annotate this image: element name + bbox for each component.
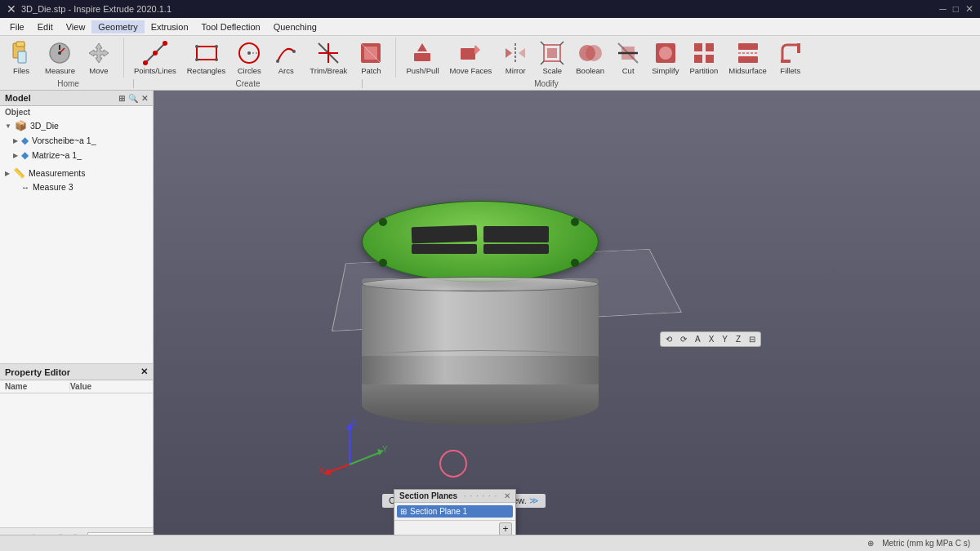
tool-trimbreak[interactable]: Trim/Break	[305, 38, 352, 78]
arcs-label: Arcs	[278, 66, 294, 75]
menu-extrusion[interactable]: Extrusion	[145, 20, 195, 33]
ft-btn-z[interactable]: Z	[733, 334, 744, 344]
tree-icon-measurements: 📏	[13, 167, 25, 179]
tree-item-measurements[interactable]: ▶ 📏 Measurements	[0, 166, 153, 180]
model-close-button[interactable]: ✕	[141, 94, 148, 103]
section-planes-header[interactable]: Section Planes · · · · · · ✕	[394, 490, 515, 503]
ft-btn-a[interactable]: A	[692, 334, 704, 344]
svg-rect-51	[694, 55, 702, 63]
tree-icon-matrize: ◆	[21, 149, 29, 161]
svg-line-38	[541, 42, 544, 45]
die-hole-1	[379, 218, 387, 226]
model-icon2[interactable]: 🔍	[128, 94, 138, 103]
tool-arcs[interactable]: Arcs	[268, 38, 304, 78]
pointslines-label: Points/Lines	[134, 66, 176, 75]
tree-arrow-measurements: ▶	[5, 170, 10, 177]
tool-files[interactable]: Files	[3, 38, 39, 78]
svg-text:Y: Y	[382, 445, 388, 454]
viewport-background: ⟲ ⟳ A X Y Z ⊟ Z Y X	[154, 91, 980, 550]
minimize-button[interactable]: ─	[939, 3, 947, 15]
section-planes-close[interactable]: ✕	[504, 491, 510, 500]
status-link[interactable]: ≫	[529, 495, 539, 505]
menu-view[interactable]: View	[60, 20, 92, 33]
ft-btn-x[interactable]: X	[706, 334, 718, 344]
property-panel: Property Editor ✕ Name Value	[0, 364, 153, 527]
svg-point-14	[215, 45, 218, 48]
measure-label: Measure	[45, 66, 75, 75]
tool-cut[interactable]: Cut	[610, 38, 646, 78]
circle-indicator	[439, 450, 467, 478]
boolean-icon	[577, 40, 604, 66]
modify-group-label: Modify	[363, 79, 730, 88]
pushpull-icon	[409, 40, 435, 66]
floating-toolbar[interactable]: ⟲ ⟳ A X Y Z ⊟	[660, 331, 761, 347]
svg-text:Z: Z	[351, 419, 356, 428]
tool-move[interactable]: Move	[81, 38, 117, 78]
tool-fillets[interactable]: Fillets	[773, 38, 808, 78]
menu-edit[interactable]: Edit	[31, 20, 60, 33]
section-plane-item-1[interactable]: ⊞ Section Plane 1	[397, 505, 513, 518]
menu-file[interactable]: File	[3, 20, 31, 33]
section-planes-add-button[interactable]: +	[499, 522, 512, 535]
fillets-icon	[777, 40, 804, 66]
titlebar: ✕ 3D_Die.stp - Inspire Extrude 2020.1.1 …	[0, 0, 980, 18]
mirror-icon	[502, 40, 528, 66]
tool-patch[interactable]: Patch	[353, 38, 389, 78]
movefaces-icon	[457, 40, 483, 66]
tree-item-matrize[interactable]: ▶ ◆ Matrize~a 1_	[0, 148, 153, 162]
tool-measure[interactable]: Measure	[40, 38, 80, 78]
menu-tooldeflection[interactable]: Tool Deflection	[195, 20, 267, 33]
tool-movefaces[interactable]: Move Faces	[445, 38, 497, 78]
prop-name-header: Name	[5, 382, 70, 391]
ft-rotate-right[interactable]: ⟳	[677, 334, 690, 344]
tree-icon-vorscheibe: ◆	[21, 135, 29, 146]
model-object-label: Object	[0, 106, 153, 118]
maximize-button[interactable]: □	[953, 3, 959, 15]
tool-rectangles[interactable]: Rectangles	[182, 38, 231, 78]
menu-geometry[interactable]: Geometry	[91, 20, 144, 33]
viewport[interactable]: ⟲ ⟳ A X Y Z ⊟ Z Y X	[154, 91, 980, 550]
toolbar-create-group: Points/Lines Rectangles	[129, 38, 396, 78]
tool-pushpull[interactable]: Push/Pull	[401, 38, 443, 78]
ft-btn-section[interactable]: ⊟	[746, 334, 759, 344]
tool-circles[interactable]: Circles	[231, 38, 267, 78]
close-button[interactable]: ✕	[965, 3, 973, 15]
main-area: Model ⊞ 🔍 ✕ Object ▼ 📦 3D_Die ▶ ◆ Vorsch…	[0, 91, 980, 550]
svg-rect-1	[16, 42, 24, 47]
svg-point-9	[143, 60, 148, 65]
toolbar: Files Measure	[0, 36, 980, 91]
measure-icon	[47, 40, 73, 66]
midsurface-icon	[735, 40, 761, 66]
model-tree: ▼ 📦 3D_Die ▶ ◆ Vorscheibe~a 1_ ▶ ◆ Matri…	[0, 118, 153, 193]
svg-rect-28	[414, 53, 430, 61]
tree-item-3ddie[interactable]: ▼ 📦 3D_Die	[0, 118, 153, 133]
app-title: ✕ 3D_Die.stp - Inspire Extrude 2020.1.1	[7, 2, 172, 16]
tree-item-vorscheibe[interactable]: ▶ ◆ Vorscheibe~a 1_	[0, 133, 153, 148]
files-label: Files	[13, 66, 29, 75]
tree-label-3ddie: 3D_Die	[30, 121, 59, 131]
tool-pointslines[interactable]: Points/Lines	[129, 38, 181, 78]
svg-text:X: X	[318, 466, 324, 475]
tree-item-measure3[interactable]: ▶ ↔ Measure 3	[0, 180, 153, 193]
model-icon1[interactable]: ⊞	[118, 94, 125, 103]
tool-partition[interactable]: Partition	[684, 38, 723, 78]
home-group-label: Home	[3, 79, 134, 88]
ft-rotate-left[interactable]: ⟲	[662, 334, 675, 344]
svg-marker-29	[417, 43, 427, 51]
svg-point-13	[195, 45, 198, 48]
circles-label: Circles	[238, 66, 261, 75]
patch-label: Patch	[361, 66, 381, 75]
tool-midsurface[interactable]: Midsurface	[724, 38, 771, 78]
tree-label-vorscheibe: Vorscheibe~a 1_	[32, 136, 96, 145]
window-controls[interactable]: ─ □ ✕	[939, 3, 973, 15]
menu-quenching[interactable]: Quenching	[267, 20, 323, 33]
tool-mirror[interactable]: Mirror	[497, 38, 533, 78]
ft-btn-y[interactable]: Y	[719, 334, 731, 344]
left-panel: Model ⊞ 🔍 ✕ Object ▼ 📦 3D_Die ▶ ◆ Vorsch…	[0, 91, 154, 550]
svg-rect-56	[781, 60, 791, 63]
property-close-button[interactable]: ✕	[140, 367, 148, 377]
prop-value-header: Value	[70, 382, 91, 391]
tool-simplify[interactable]: Simplify	[647, 38, 684, 78]
tool-scale[interactable]: Scale	[534, 38, 570, 78]
tool-boolean[interactable]: Boolean	[571, 38, 609, 78]
